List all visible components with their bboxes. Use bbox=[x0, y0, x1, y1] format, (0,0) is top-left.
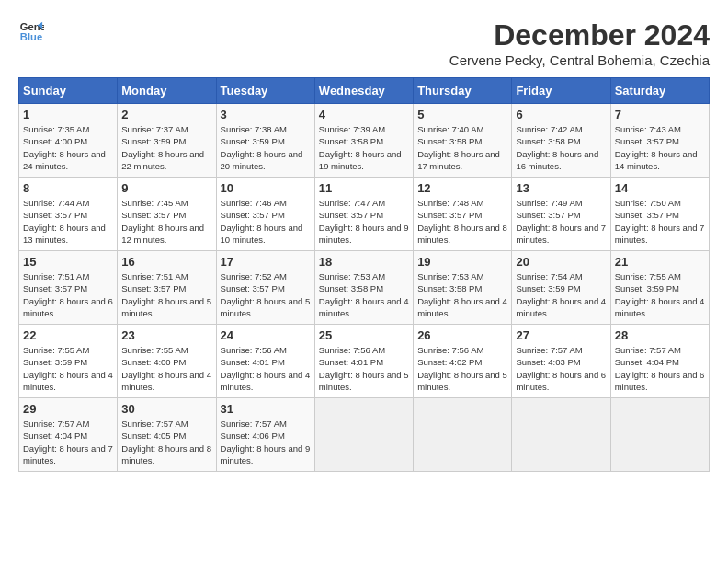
day-number: 10 bbox=[221, 181, 311, 195]
day-number: 28 bbox=[615, 328, 705, 342]
calendar-week-row: 15Sunrise: 7:51 AMSunset: 3:57 PMDayligh… bbox=[19, 251, 710, 325]
weekday-header: Saturday bbox=[610, 78, 709, 104]
weekday-header: Tuesday bbox=[216, 78, 314, 104]
day-number: 30 bbox=[121, 402, 211, 416]
calendar-cell: 29Sunrise: 7:57 AMSunset: 4:04 PMDayligh… bbox=[19, 398, 118, 472]
day-content: Sunrise: 7:49 AMSunset: 3:57 PMDaylight:… bbox=[516, 197, 606, 246]
day-content: Sunrise: 7:55 AMSunset: 3:59 PMDaylight:… bbox=[23, 344, 113, 393]
day-content: Sunrise: 7:57 AMSunset: 4:04 PMDaylight:… bbox=[615, 344, 705, 393]
day-number: 22 bbox=[23, 328, 113, 342]
day-number: 7 bbox=[615, 108, 705, 121]
day-number: 16 bbox=[121, 255, 211, 269]
calendar-cell: 8Sunrise: 7:44 AMSunset: 3:57 PMDaylight… bbox=[19, 178, 118, 251]
weekday-header-row: SundayMondayTuesdayWednesdayThursdayFrid… bbox=[19, 78, 710, 104]
day-content: Sunrise: 7:44 AMSunset: 3:57 PMDaylight:… bbox=[23, 197, 113, 246]
calendar-cell: 17Sunrise: 7:52 AMSunset: 3:57 PMDayligh… bbox=[216, 251, 314, 325]
day-number: 31 bbox=[221, 402, 311, 416]
day-content: Sunrise: 7:45 AMSunset: 3:57 PMDaylight:… bbox=[121, 197, 211, 246]
day-number: 6 bbox=[516, 108, 606, 121]
day-content: Sunrise: 7:51 AMSunset: 3:57 PMDaylight:… bbox=[23, 270, 113, 319]
day-content: Sunrise: 7:56 AMSunset: 4:01 PMDaylight:… bbox=[319, 344, 409, 393]
day-number: 23 bbox=[121, 328, 211, 342]
day-content: Sunrise: 7:55 AMSunset: 4:00 PMDaylight:… bbox=[121, 344, 211, 393]
calendar-week-row: 1Sunrise: 7:35 AMSunset: 4:00 PMDaylight… bbox=[19, 104, 710, 178]
day-number: 21 bbox=[615, 255, 705, 269]
location-title: Cervene Pecky, Central Bohemia, Czechia bbox=[449, 52, 710, 68]
day-content: Sunrise: 7:42 AMSunset: 3:58 PMDaylight:… bbox=[516, 123, 606, 172]
calendar-cell: 13Sunrise: 7:49 AMSunset: 3:57 PMDayligh… bbox=[512, 178, 610, 251]
day-number: 25 bbox=[319, 328, 409, 342]
title-area: December 2024 Cervene Pecky, Central Boh… bbox=[449, 18, 710, 68]
day-number: 8 bbox=[23, 181, 113, 195]
day-content: Sunrise: 7:53 AMSunset: 3:58 PMDaylight:… bbox=[319, 270, 409, 319]
calendar-week-row: 29Sunrise: 7:57 AMSunset: 4:04 PMDayligh… bbox=[19, 398, 710, 472]
day-content: Sunrise: 7:57 AMSunset: 4:06 PMDaylight:… bbox=[221, 418, 311, 466]
day-number: 1 bbox=[23, 108, 113, 121]
calendar-cell: 16Sunrise: 7:51 AMSunset: 3:57 PMDayligh… bbox=[118, 251, 216, 325]
calendar-cell: 22Sunrise: 7:55 AMSunset: 3:59 PMDayligh… bbox=[19, 325, 118, 398]
calendar-cell: 7Sunrise: 7:43 AMSunset: 3:57 PMDaylight… bbox=[610, 104, 709, 178]
calendar-cell: 24Sunrise: 7:56 AMSunset: 4:01 PMDayligh… bbox=[216, 325, 314, 398]
day-number: 20 bbox=[516, 255, 606, 269]
day-content: Sunrise: 7:57 AMSunset: 4:05 PMDaylight:… bbox=[121, 418, 211, 466]
day-content: Sunrise: 7:43 AMSunset: 3:57 PMDaylight:… bbox=[615, 123, 705, 172]
calendar-cell: 12Sunrise: 7:48 AMSunset: 3:57 PMDayligh… bbox=[414, 178, 512, 251]
day-content: Sunrise: 7:56 AMSunset: 4:01 PMDaylight:… bbox=[221, 344, 311, 393]
calendar-cell: 19Sunrise: 7:53 AMSunset: 3:58 PMDayligh… bbox=[414, 251, 512, 325]
day-number: 29 bbox=[23, 402, 113, 416]
day-number: 3 bbox=[221, 108, 311, 121]
day-content: Sunrise: 7:55 AMSunset: 3:59 PMDaylight:… bbox=[615, 270, 705, 319]
calendar-cell: 21Sunrise: 7:55 AMSunset: 3:59 PMDayligh… bbox=[610, 251, 709, 325]
calendar-week-row: 8Sunrise: 7:44 AMSunset: 3:57 PMDaylight… bbox=[19, 178, 710, 251]
calendar-cell bbox=[314, 398, 413, 472]
day-number: 12 bbox=[417, 181, 507, 195]
day-number: 15 bbox=[23, 255, 113, 269]
calendar-cell: 1Sunrise: 7:35 AMSunset: 4:00 PMDaylight… bbox=[19, 104, 118, 178]
weekday-header: Friday bbox=[512, 78, 610, 104]
day-number: 11 bbox=[319, 181, 409, 195]
calendar-cell: 18Sunrise: 7:53 AMSunset: 3:58 PMDayligh… bbox=[314, 251, 413, 325]
day-content: Sunrise: 7:40 AMSunset: 3:58 PMDaylight:… bbox=[417, 123, 507, 172]
calendar-cell: 9Sunrise: 7:45 AMSunset: 3:57 PMDaylight… bbox=[118, 178, 216, 251]
day-content: Sunrise: 7:57 AMSunset: 4:03 PMDaylight:… bbox=[516, 344, 606, 393]
calendar-week-row: 22Sunrise: 7:55 AMSunset: 3:59 PMDayligh… bbox=[19, 325, 710, 398]
logo-icon: General Blue bbox=[18, 18, 44, 44]
day-content: Sunrise: 7:37 AMSunset: 3:59 PMDaylight:… bbox=[121, 123, 211, 172]
day-number: 2 bbox=[121, 108, 211, 121]
day-number: 24 bbox=[221, 328, 311, 342]
calendar-cell: 5Sunrise: 7:40 AMSunset: 3:58 PMDaylight… bbox=[414, 104, 512, 178]
weekday-header: Sunday bbox=[19, 78, 118, 104]
calendar-cell: 4Sunrise: 7:39 AMSunset: 3:58 PMDaylight… bbox=[314, 104, 413, 178]
calendar-cell: 30Sunrise: 7:57 AMSunset: 4:05 PMDayligh… bbox=[118, 398, 216, 472]
weekday-header: Wednesday bbox=[314, 78, 413, 104]
day-content: Sunrise: 7:52 AMSunset: 3:57 PMDaylight:… bbox=[221, 270, 311, 319]
calendar-cell: 31Sunrise: 7:57 AMSunset: 4:06 PMDayligh… bbox=[216, 398, 314, 472]
day-number: 26 bbox=[417, 328, 507, 342]
calendar-cell: 23Sunrise: 7:55 AMSunset: 4:00 PMDayligh… bbox=[118, 325, 216, 398]
day-content: Sunrise: 7:51 AMSunset: 3:57 PMDaylight:… bbox=[121, 270, 211, 319]
calendar-cell bbox=[610, 398, 709, 472]
header: General Blue December 2024 Cervene Pecky… bbox=[18, 18, 710, 68]
day-content: Sunrise: 7:35 AMSunset: 4:00 PMDaylight:… bbox=[23, 123, 113, 172]
weekday-header: Monday bbox=[118, 78, 216, 104]
day-content: Sunrise: 7:46 AMSunset: 3:57 PMDaylight:… bbox=[221, 197, 311, 246]
calendar-cell: 2Sunrise: 7:37 AMSunset: 3:59 PMDaylight… bbox=[118, 104, 216, 178]
day-content: Sunrise: 7:48 AMSunset: 3:57 PMDaylight:… bbox=[417, 197, 507, 246]
day-number: 13 bbox=[516, 181, 606, 195]
day-content: Sunrise: 7:57 AMSunset: 4:04 PMDaylight:… bbox=[23, 418, 113, 466]
day-number: 9 bbox=[121, 181, 211, 195]
calendar-cell: 15Sunrise: 7:51 AMSunset: 3:57 PMDayligh… bbox=[19, 251, 118, 325]
month-title: December 2024 bbox=[449, 18, 710, 52]
logo: General Blue bbox=[18, 18, 44, 44]
day-content: Sunrise: 7:47 AMSunset: 3:57 PMDaylight:… bbox=[319, 197, 409, 246]
day-content: Sunrise: 7:53 AMSunset: 3:58 PMDaylight:… bbox=[417, 270, 507, 319]
svg-text:Blue: Blue bbox=[20, 31, 42, 42]
calendar-cell bbox=[414, 398, 512, 472]
calendar-cell: 27Sunrise: 7:57 AMSunset: 4:03 PMDayligh… bbox=[512, 325, 610, 398]
day-content: Sunrise: 7:54 AMSunset: 3:59 PMDaylight:… bbox=[516, 270, 606, 319]
calendar-cell: 10Sunrise: 7:46 AMSunset: 3:57 PMDayligh… bbox=[216, 178, 314, 251]
calendar-cell: 3Sunrise: 7:38 AMSunset: 3:59 PMDaylight… bbox=[216, 104, 314, 178]
day-number: 17 bbox=[221, 255, 311, 269]
day-number: 27 bbox=[516, 328, 606, 342]
calendar-cell: 14Sunrise: 7:50 AMSunset: 3:57 PMDayligh… bbox=[610, 178, 709, 251]
